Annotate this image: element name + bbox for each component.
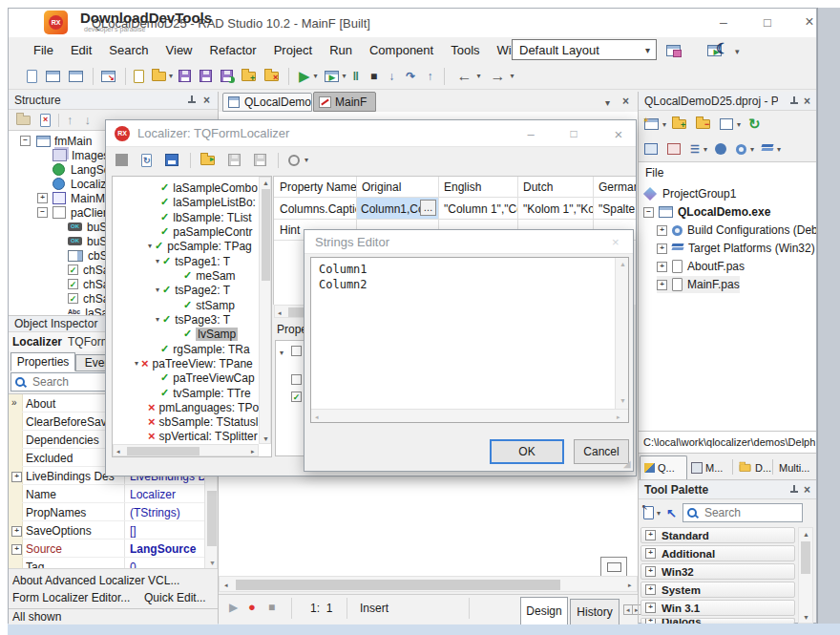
- grid-header-english[interactable]: English: [444, 180, 517, 194]
- save-layout-icon[interactable]: [666, 45, 681, 56]
- platforms-icon[interactable]: [762, 144, 773, 154]
- palette-dropdown-icon[interactable]: ▾: [657, 509, 661, 518]
- loc-tree-patreeview[interactable]: ▾×paTreeView: TPane: [135, 356, 253, 370]
- expand-icon[interactable]: +: [11, 472, 22, 482]
- oi-value-saveoptions[interactable]: []: [130, 524, 210, 538]
- oi-prop-source[interactable]: Source: [26, 542, 123, 556]
- palette-options-icon[interactable]: ↖: [643, 506, 654, 519]
- tool-palette-close-icon[interactable]: ×: [804, 484, 810, 496]
- project-manager-pin-icon[interactable]: [788, 95, 800, 107]
- tab-design[interactable]: Design: [520, 597, 568, 624]
- remove-file-icon[interactable]: −: [696, 119, 710, 129]
- stop-icon[interactable]: ■: [370, 71, 377, 82]
- property-checkbox[interactable]: [291, 374, 302, 385]
- menu-refactor[interactable]: Refactor: [201, 43, 265, 57]
- tree-scroll-thumb-h[interactable]: [127, 447, 200, 455]
- property-checkbox-checked[interactable]: ✓: [291, 392, 302, 402]
- back-dropdown-icon[interactable]: ▾: [476, 72, 480, 80]
- loc-tree-tspage3[interactable]: ▾✓tsPage3: T: [156, 312, 230, 327]
- menu-edit[interactable]: Edit: [62, 43, 100, 57]
- form-localizer-editor-link[interactable]: Form Localizer Editor...: [12, 591, 130, 604]
- selection-cursor-icon[interactable]: ↖: [666, 506, 677, 520]
- oi-value-source[interactable]: LangSource: [130, 542, 210, 556]
- layout-selector[interactable]: Default Layout ▾: [512, 39, 657, 60]
- tree-item-chsample3[interactable]: ✓chSa: [68, 291, 109, 306]
- localizer-refresh-doc-icon[interactable]: ↻: [141, 154, 152, 167]
- loc-tree-rgsample[interactable]: ✓rgSample: TRa: [160, 342, 250, 356]
- palette-category-win31[interactable]: +Win 3.1: [640, 600, 795, 616]
- palette-search-input[interactable]: [703, 505, 802, 520]
- resize-grip-icon[interactable]: ◢: [623, 459, 631, 469]
- about-localizer-link[interactable]: About Advanced Localizer VCL...: [12, 574, 179, 587]
- ellipsis-button[interactable]: …: [420, 200, 436, 216]
- palette-search-box[interactable]: [682, 503, 803, 522]
- tool-palette-pin-icon[interactable]: [788, 484, 800, 496]
- scroll-right-icon[interactable]: ▸: [617, 413, 620, 420]
- close-button[interactable]: ×: [794, 11, 825, 32]
- structure-close-icon[interactable]: ×: [203, 95, 210, 106]
- grid-cell-property[interactable]: Columns.Caption: [280, 202, 356, 216]
- menu-search[interactable]: Search: [100, 43, 157, 57]
- scroll-left-icon[interactable]: ◂: [224, 582, 228, 588]
- loc-tree-spvertical[interactable]: ×spVertical: TSplitter: [148, 429, 258, 443]
- save-as-icon[interactable]: [220, 70, 233, 82]
- editor-tab-mainf[interactable]: MainF: [313, 92, 376, 112]
- palette-category-dialogs[interactable]: +Dialogs: [640, 618, 795, 624]
- scroll-up-icon[interactable]: ▲: [803, 531, 809, 538]
- new-items-icon[interactable]: [27, 70, 37, 83]
- remove-from-project-icon[interactable]: ×: [264, 72, 279, 81]
- reopen-icon[interactable]: [69, 71, 83, 82]
- open-dropdown-icon[interactable]: ▾: [169, 72, 173, 80]
- tree-v-scrollbar[interactable]: ▲ ▼: [259, 177, 271, 444]
- tree-item-chsample1[interactable]: ✓chSa: [68, 263, 109, 277]
- maximize-button[interactable]: □: [752, 11, 783, 32]
- loc-tree-stsample[interactable]: ✓stSamp: [183, 298, 235, 312]
- scroll-left-icon[interactable]: ◂: [116, 448, 120, 455]
- tree-item-mainmenu[interactable]: +MainMe: [37, 191, 112, 205]
- strings-h-scrollbar[interactable]: ◂ ▸: [311, 409, 628, 422]
- loc-tree-lasamplecombo[interactable]: ✓laSampleCombo: [160, 180, 258, 195]
- add-component-icon[interactable]: ↘: [101, 71, 116, 82]
- minimize-button[interactable]: –: [708, 11, 739, 32]
- pm-item-exe[interactable]: −QLocalDemo.exe: [643, 203, 770, 221]
- sort-dropdown-icon[interactable]: ▾: [704, 145, 707, 154]
- scroll-down-icon[interactable]: ▼: [262, 435, 269, 442]
- new-file-icon[interactable]: [134, 70, 144, 83]
- tab-data-explorer[interactable]: D...: [738, 457, 771, 478]
- strings-v-scrollbar[interactable]: ▲ ▼: [615, 258, 628, 409]
- loc-tree-patreeviewcaption[interactable]: ✓paTreeViewCap: [160, 370, 255, 385]
- expand-icon[interactable]: +: [11, 526, 22, 537]
- loc-tree-tspage1[interactable]: ▾✓tsPage1: T: [156, 254, 230, 268]
- palette-scrollbar[interactable]: ▲ ▼: [798, 527, 813, 624]
- loc-tree-pcsample[interactable]: ▾✓pcSample: TPag: [148, 239, 252, 253]
- forward-dropdown-icon[interactable]: ▾: [510, 72, 514, 80]
- grid-header-german[interactable]: German: [598, 180, 636, 194]
- loc-tree-mesample[interactable]: ✓meSam: [183, 268, 236, 283]
- palette-category-win32[interactable]: +Win32: [640, 563, 795, 580]
- menu-project[interactable]: Project: [265, 43, 321, 57]
- grid-cell-english[interactable]: "Column 1","Colu: [444, 202, 517, 216]
- ok-button[interactable]: OK: [490, 439, 564, 464]
- palette-scroll-thumb[interactable]: [801, 541, 810, 574]
- palette-category-system[interactable]: +System: [640, 582, 795, 598]
- menu-run[interactable]: Run: [321, 43, 361, 57]
- status-record-icon[interactable]: ●: [248, 600, 256, 614]
- step-over-icon[interactable]: ↷: [406, 70, 415, 83]
- oi-scroll-thumb[interactable]: [207, 491, 217, 546]
- loc-tree-lasamplelistbox[interactable]: ✓laSampleListBo:: [160, 195, 256, 209]
- grid-cell-original-selected[interactable]: Column1,Colu …: [357, 198, 438, 219]
- oi-prop-propnames[interactable]: PropNames: [26, 506, 123, 519]
- pm-column-header[interactable]: File: [645, 166, 663, 180]
- step-into-icon[interactable]: ↓: [388, 70, 394, 83]
- menu-file[interactable]: File: [25, 43, 62, 57]
- view-options-icon[interactable]: [720, 118, 733, 130]
- tab-list-dropdown-icon[interactable]: ▾: [605, 97, 610, 108]
- scroll-left-icon[interactable]: ◂: [315, 413, 319, 420]
- quick-edit-link[interactable]: Quick Edit...: [144, 591, 206, 604]
- menu-tools[interactable]: Tools: [442, 43, 488, 57]
- scroll-down-icon[interactable]: ▼: [803, 614, 809, 621]
- strings-editor-title-bar[interactable]: Strings Editor ×: [304, 230, 633, 254]
- grid-cell-german[interactable]: "Spalte 1": [598, 202, 636, 216]
- loc-tree-lbsample[interactable]: ✓lbSample: TList: [160, 210, 252, 224]
- new-project-icon[interactable]: ✶: [644, 118, 659, 130]
